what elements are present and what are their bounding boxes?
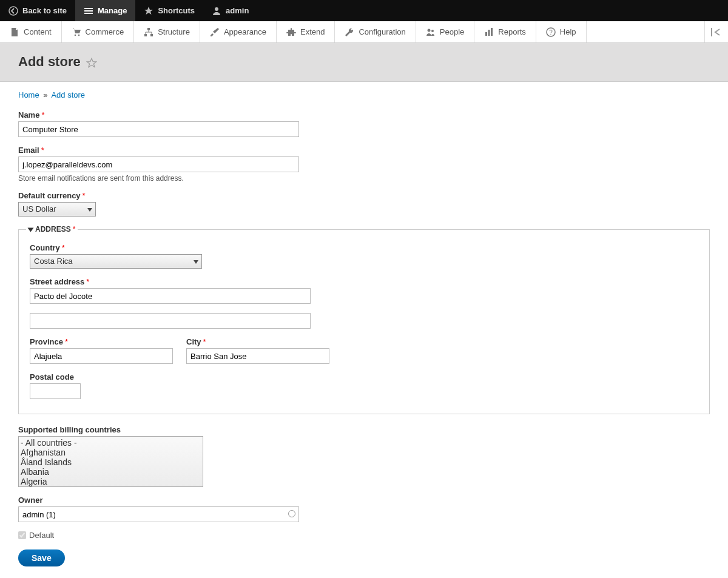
address-fieldset: ADDRESS* Country* Costa Rica Street addr… <box>18 225 710 414</box>
breadcrumb-current[interactable]: Add store <box>51 90 85 99</box>
city-label: City* <box>186 337 329 346</box>
collapse-toolbar-icon[interactable] <box>704 21 728 42</box>
name-input[interactable] <box>18 121 299 137</box>
user-icon <box>212 6 221 16</box>
svg-rect-8 <box>144 34 147 36</box>
currency-select[interactable]: US Dollar <box>18 202 96 217</box>
list-item[interactable]: Albania <box>21 467 201 477</box>
save-button[interactable]: Save <box>18 549 65 566</box>
help-icon: ? <box>546 27 556 37</box>
page-content: Home » Add store Name* Email* Store emai… <box>0 82 728 578</box>
arrow-left-circle-icon <box>8 6 18 16</box>
tab-appearance[interactable]: Appearance <box>200 21 277 42</box>
svg-point-4 <box>215 7 218 11</box>
name-label: Name* <box>18 110 710 119</box>
billing-countries-select[interactable]: - All countries -AfghanistanÅland Island… <box>18 436 203 487</box>
breadcrumb-home[interactable]: Home <box>18 90 39 99</box>
email-input[interactable] <box>18 156 299 172</box>
bar-chart-icon <box>484 27 494 37</box>
svg-rect-9 <box>150 34 153 36</box>
shortcuts-label: Shortcuts <box>158 6 195 15</box>
svg-rect-17 <box>711 28 712 36</box>
star-outline-icon[interactable] <box>86 58 97 70</box>
cart-icon <box>72 27 81 37</box>
people-icon <box>426 27 436 37</box>
tab-reports[interactable]: Reports <box>474 21 536 42</box>
svg-rect-13 <box>488 30 490 36</box>
list-item[interactable]: Afghanistan <box>21 448 201 457</box>
shortcuts-link[interactable]: Shortcuts <box>135 0 203 21</box>
svg-rect-14 <box>491 28 493 36</box>
street-label: Street address* <box>30 277 698 286</box>
svg-point-0 <box>9 7 18 15</box>
hierarchy-icon <box>144 27 153 37</box>
tab-people[interactable]: People <box>416 21 474 42</box>
svg-text:?: ? <box>549 29 553 36</box>
email-label: Email* <box>18 146 710 155</box>
svg-point-11 <box>431 30 434 32</box>
list-item[interactable]: Algeria <box>21 477 201 486</box>
user-label: admin <box>226 6 249 15</box>
city-input[interactable] <box>186 348 329 364</box>
chevron-down-icon <box>194 260 198 264</box>
country-select[interactable]: Costa Rica <box>30 254 202 269</box>
svg-rect-3 <box>84 13 93 14</box>
top-toolbar: Back to site Manage Shortcuts admin <box>0 0 728 21</box>
address-legend: ADDRESS* <box>26 225 78 234</box>
tab-structure[interactable]: Structure <box>134 21 200 42</box>
star-icon <box>144 6 153 16</box>
default-label: Default <box>29 531 54 540</box>
user-link[interactable]: admin <box>203 0 257 21</box>
tab-help[interactable]: ?Help <box>536 21 587 42</box>
currency-label: Default currency* <box>18 191 710 200</box>
list-item[interactable]: - All countries - <box>21 438 201 448</box>
page-header: Add store <box>0 43 728 82</box>
paintbrush-icon <box>210 27 220 37</box>
svg-rect-1 <box>84 8 93 9</box>
owner-input[interactable] <box>18 506 299 522</box>
page-icon <box>10 27 19 37</box>
hamburger-icon <box>84 6 93 16</box>
postal-label: Postal code <box>30 372 698 381</box>
street-input-2[interactable] <box>30 313 311 329</box>
country-label: Country* <box>30 243 698 252</box>
svg-point-10 <box>427 29 430 32</box>
list-item[interactable]: Åland Islands <box>21 457 201 467</box>
svg-point-6 <box>78 34 79 36</box>
postal-input[interactable] <box>30 383 81 399</box>
email-help-text: Store email notifications are sent from … <box>18 174 710 183</box>
triangle-down-icon <box>28 227 34 232</box>
province-label: Province* <box>30 337 173 346</box>
manage-label: Manage <box>98 6 127 15</box>
chevron-down-icon <box>87 208 92 212</box>
tab-configuration[interactable]: Configuration <box>335 21 416 42</box>
admin-menu: Content Commerce Structure Appearance Ex… <box>0 21 728 43</box>
svg-rect-7 <box>147 28 150 30</box>
breadcrumb: Home » Add store <box>18 90 710 99</box>
street-input-1[interactable] <box>30 288 311 304</box>
tab-content[interactable]: Content <box>0 21 62 42</box>
throbber-icon <box>288 510 295 517</box>
wrench-icon <box>345 27 354 37</box>
svg-rect-2 <box>84 10 93 12</box>
back-to-site-label: Back to site <box>22 6 67 15</box>
owner-label: Owner <box>18 496 710 505</box>
billing-label: Supported billing countries <box>18 425 710 434</box>
default-checkbox[interactable] <box>18 531 26 539</box>
tab-extend[interactable]: Extend <box>277 21 335 42</box>
province-input[interactable] <box>30 348 173 364</box>
page-title: Add store <box>18 54 81 70</box>
svg-point-5 <box>74 34 76 36</box>
back-to-site-link[interactable]: Back to site <box>0 0 75 21</box>
tab-commerce[interactable]: Commerce <box>62 21 135 42</box>
puzzle-icon <box>286 27 296 37</box>
svg-rect-12 <box>485 32 487 36</box>
manage-link[interactable]: Manage <box>75 0 135 21</box>
